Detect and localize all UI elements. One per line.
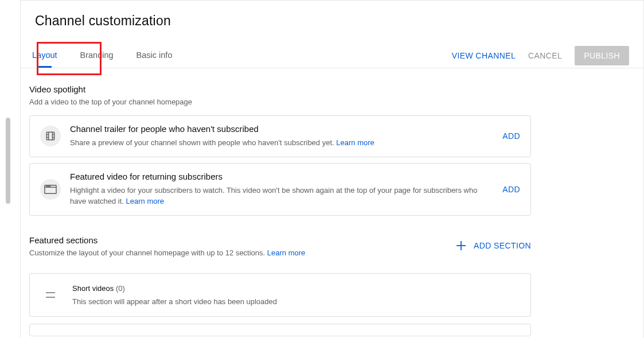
featured-learn-more-link[interactable]: Learn more [126, 197, 164, 205]
featured-sections-header: Featured sections Customize the layout o… [29, 235, 531, 266]
featured-title: Featured video for returning subscribers [70, 172, 494, 181]
featured-desc: Highlight a video for your subscribers t… [70, 185, 494, 207]
trailer-add-button[interactable]: ADD [494, 131, 520, 141]
featured-sections-desc-text: Customize the layout of your channel hom… [29, 248, 267, 257]
trailer-desc-text: Share a preview of your channel shown wi… [70, 138, 336, 147]
content-area: Video spotlight Add a video to the top o… [21, 68, 643, 336]
featured-sections-learn-more-link[interactable]: Learn more [267, 248, 305, 257]
trailer-learn-more-link[interactable]: Learn more [336, 138, 374, 147]
videos-count: (0) [97, 336, 106, 336]
svg-rect-0 [46, 133, 54, 140]
publish-button[interactable]: PUBLISH [575, 46, 629, 65]
svg-point-10 [48, 185, 49, 186]
card-body: Channel trailer for people who haven't s… [70, 124, 494, 149]
main-panel: Channel customization Layout Branding Ba… [20, 0, 644, 338]
trailer-title: Channel trailer for people who haven't s… [70, 124, 494, 134]
videos-title: Videos (0) [72, 336, 520, 336]
short-videos-label: Short videos [72, 284, 116, 293]
section-body: Short videos (0) This section will appea… [72, 284, 520, 306]
add-section-label: ADD SECTION [474, 241, 531, 250]
page-title: Channel customization [21, 13, 643, 29]
cancel-button[interactable]: CANCEL [528, 51, 562, 60]
channel-trailer-card: Channel trailer for people who haven't s… [29, 115, 531, 157]
videos-label: Videos [72, 336, 97, 336]
tabs: Layout Branding Basic info [21, 43, 184, 68]
tab-branding[interactable]: Branding [69, 43, 125, 68]
actions-group: VIEW CHANNEL CANCEL PUBLISH [452, 46, 629, 65]
add-section-button[interactable]: ADD SECTION [454, 239, 531, 252]
videos-section-card: Videos (0) [29, 324, 531, 336]
short-videos-count: (0) [116, 284, 125, 293]
featured-video-card: Featured video for returning subscribers… [29, 163, 531, 216]
short-videos-title: Short videos (0) [72, 284, 520, 293]
featured-sections-title: Featured sections [29, 235, 305, 245]
video-spotlight-title: Video spotlight [29, 84, 635, 94]
featured-sections-desc: Customize the layout of your channel hom… [29, 248, 305, 257]
featured-sections-head-text: Featured sections Customize the layout o… [29, 235, 305, 266]
svg-point-11 [49, 185, 50, 186]
video-frame-icon [40, 179, 61, 200]
film-strip-icon [40, 126, 61, 146]
scrollbar-thumb[interactable] [6, 118, 10, 204]
short-videos-desc: This section will appear after a short v… [72, 297, 520, 306]
trailer-desc: Share a preview of your channel shown wi… [70, 137, 494, 149]
video-spotlight-desc: Add a video to the top of your channel h… [29, 98, 635, 106]
view-channel-link[interactable]: VIEW CHANNEL [452, 51, 516, 60]
featured-add-button[interactable]: ADD [494, 185, 520, 194]
section-body: Videos (0) [72, 336, 520, 336]
plus-icon [454, 239, 468, 252]
svg-point-9 [46, 185, 47, 186]
tab-layout[interactable]: Layout [21, 43, 69, 68]
tab-row: Layout Branding Basic info VIEW CHANNEL … [21, 43, 643, 68]
tab-basic-info[interactable]: Basic info [125, 43, 184, 68]
short-videos-section-card: Short videos (0) This section will appea… [29, 273, 531, 317]
card-body: Featured video for returning subscribers… [70, 172, 494, 207]
drag-handle-icon[interactable] [46, 292, 55, 298]
